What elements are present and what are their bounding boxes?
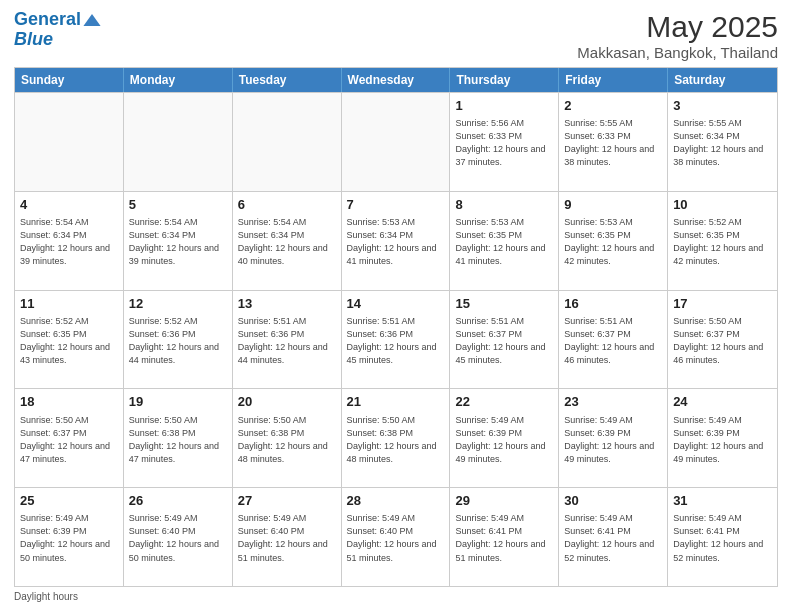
- cell-info: Sunrise: 5:55 AM Sunset: 6:33 PM Dayligh…: [564, 117, 662, 169]
- day-number: 18: [20, 393, 118, 411]
- day-number: 28: [347, 492, 445, 510]
- header: General Blue May 2025 Makkasan, Bangkok,…: [14, 10, 778, 61]
- cell-info: Sunrise: 5:49 AM Sunset: 6:40 PM Dayligh…: [238, 512, 336, 564]
- cal-cell: 25Sunrise: 5:49 AM Sunset: 6:39 PM Dayli…: [15, 488, 124, 586]
- day-number: 8: [455, 196, 553, 214]
- day-number: 12: [129, 295, 227, 313]
- col-header-tuesday: Tuesday: [233, 68, 342, 92]
- cell-info: Sunrise: 5:49 AM Sunset: 6:41 PM Dayligh…: [673, 512, 772, 564]
- cell-info: Sunrise: 5:49 AM Sunset: 6:41 PM Dayligh…: [564, 512, 662, 564]
- cell-info: Sunrise: 5:55 AM Sunset: 6:34 PM Dayligh…: [673, 117, 772, 169]
- cell-info: Sunrise: 5:50 AM Sunset: 6:38 PM Dayligh…: [238, 414, 336, 466]
- week-row-1: 1Sunrise: 5:56 AM Sunset: 6:33 PM Daylig…: [15, 92, 777, 191]
- subtitle: Makkasan, Bangkok, Thailand: [577, 44, 778, 61]
- logo-icon: [83, 14, 101, 26]
- cell-info: Sunrise: 5:54 AM Sunset: 6:34 PM Dayligh…: [129, 216, 227, 268]
- title-block: May 2025 Makkasan, Bangkok, Thailand: [577, 10, 778, 61]
- cal-cell: 5Sunrise: 5:54 AM Sunset: 6:34 PM Daylig…: [124, 192, 233, 290]
- calendar-body: 1Sunrise: 5:56 AM Sunset: 6:33 PM Daylig…: [15, 92, 777, 586]
- cell-info: Sunrise: 5:49 AM Sunset: 6:39 PM Dayligh…: [673, 414, 772, 466]
- week-row-3: 11Sunrise: 5:52 AM Sunset: 6:35 PM Dayli…: [15, 290, 777, 389]
- day-number: 10: [673, 196, 772, 214]
- cal-cell: 6Sunrise: 5:54 AM Sunset: 6:34 PM Daylig…: [233, 192, 342, 290]
- cal-cell: 24Sunrise: 5:49 AM Sunset: 6:39 PM Dayli…: [668, 389, 777, 487]
- cal-cell: 3Sunrise: 5:55 AM Sunset: 6:34 PM Daylig…: [668, 93, 777, 191]
- cell-info: Sunrise: 5:49 AM Sunset: 6:39 PM Dayligh…: [564, 414, 662, 466]
- calendar-header: SundayMondayTuesdayWednesdayThursdayFrid…: [15, 68, 777, 92]
- day-number: 7: [347, 196, 445, 214]
- cell-info: Sunrise: 5:49 AM Sunset: 6:39 PM Dayligh…: [20, 512, 118, 564]
- cell-info: Sunrise: 5:50 AM Sunset: 6:38 PM Dayligh…: [347, 414, 445, 466]
- cell-info: Sunrise: 5:51 AM Sunset: 6:37 PM Dayligh…: [564, 315, 662, 367]
- cal-cell: 10Sunrise: 5:52 AM Sunset: 6:35 PM Dayli…: [668, 192, 777, 290]
- cal-cell: 22Sunrise: 5:49 AM Sunset: 6:39 PM Dayli…: [450, 389, 559, 487]
- col-header-saturday: Saturday: [668, 68, 777, 92]
- cal-cell: 21Sunrise: 5:50 AM Sunset: 6:38 PM Dayli…: [342, 389, 451, 487]
- main-title: May 2025: [577, 10, 778, 44]
- cell-info: Sunrise: 5:51 AM Sunset: 6:36 PM Dayligh…: [347, 315, 445, 367]
- cal-cell: 27Sunrise: 5:49 AM Sunset: 6:40 PM Dayli…: [233, 488, 342, 586]
- day-number: 3: [673, 97, 772, 115]
- cell-info: Sunrise: 5:50 AM Sunset: 6:38 PM Dayligh…: [129, 414, 227, 466]
- calendar: SundayMondayTuesdayWednesdayThursdayFrid…: [14, 67, 778, 587]
- cell-info: Sunrise: 5:50 AM Sunset: 6:37 PM Dayligh…: [673, 315, 772, 367]
- cal-cell: 9Sunrise: 5:53 AM Sunset: 6:35 PM Daylig…: [559, 192, 668, 290]
- cal-cell: 16Sunrise: 5:51 AM Sunset: 6:37 PM Dayli…: [559, 291, 668, 389]
- cell-info: Sunrise: 5:50 AM Sunset: 6:37 PM Dayligh…: [20, 414, 118, 466]
- cal-cell: 11Sunrise: 5:52 AM Sunset: 6:35 PM Dayli…: [15, 291, 124, 389]
- cal-cell: 14Sunrise: 5:51 AM Sunset: 6:36 PM Dayli…: [342, 291, 451, 389]
- col-header-monday: Monday: [124, 68, 233, 92]
- day-number: 11: [20, 295, 118, 313]
- week-row-2: 4Sunrise: 5:54 AM Sunset: 6:34 PM Daylig…: [15, 191, 777, 290]
- cell-info: Sunrise: 5:56 AM Sunset: 6:33 PM Dayligh…: [455, 117, 553, 169]
- day-number: 29: [455, 492, 553, 510]
- day-number: 30: [564, 492, 662, 510]
- cell-info: Sunrise: 5:54 AM Sunset: 6:34 PM Dayligh…: [20, 216, 118, 268]
- col-header-friday: Friday: [559, 68, 668, 92]
- cal-cell: [15, 93, 124, 191]
- cal-cell: 30Sunrise: 5:49 AM Sunset: 6:41 PM Dayli…: [559, 488, 668, 586]
- cal-cell: 31Sunrise: 5:49 AM Sunset: 6:41 PM Dayli…: [668, 488, 777, 586]
- day-number: 16: [564, 295, 662, 313]
- day-number: 19: [129, 393, 227, 411]
- day-number: 23: [564, 393, 662, 411]
- cal-cell: 28Sunrise: 5:49 AM Sunset: 6:40 PM Dayli…: [342, 488, 451, 586]
- cal-cell: 8Sunrise: 5:53 AM Sunset: 6:35 PM Daylig…: [450, 192, 559, 290]
- week-row-5: 25Sunrise: 5:49 AM Sunset: 6:39 PM Dayli…: [15, 487, 777, 586]
- cal-cell: 7Sunrise: 5:53 AM Sunset: 6:34 PM Daylig…: [342, 192, 451, 290]
- day-number: 13: [238, 295, 336, 313]
- cal-cell: 26Sunrise: 5:49 AM Sunset: 6:40 PM Dayli…: [124, 488, 233, 586]
- logo-text: General: [14, 10, 81, 30]
- day-number: 22: [455, 393, 553, 411]
- cal-cell: 2Sunrise: 5:55 AM Sunset: 6:33 PM Daylig…: [559, 93, 668, 191]
- day-number: 17: [673, 295, 772, 313]
- day-number: 2: [564, 97, 662, 115]
- col-header-sunday: Sunday: [15, 68, 124, 92]
- daylight-label: Daylight hours: [14, 591, 78, 602]
- cal-cell: 29Sunrise: 5:49 AM Sunset: 6:41 PM Dayli…: [450, 488, 559, 586]
- day-number: 1: [455, 97, 553, 115]
- footer: Daylight hours: [14, 591, 778, 602]
- day-number: 24: [673, 393, 772, 411]
- cal-cell: 17Sunrise: 5:50 AM Sunset: 6:37 PM Dayli…: [668, 291, 777, 389]
- day-number: 20: [238, 393, 336, 411]
- cell-info: Sunrise: 5:53 AM Sunset: 6:35 PM Dayligh…: [455, 216, 553, 268]
- cal-cell: 15Sunrise: 5:51 AM Sunset: 6:37 PM Dayli…: [450, 291, 559, 389]
- week-row-4: 18Sunrise: 5:50 AM Sunset: 6:37 PM Dayli…: [15, 388, 777, 487]
- day-number: 14: [347, 295, 445, 313]
- col-header-thursday: Thursday: [450, 68, 559, 92]
- cal-cell: 13Sunrise: 5:51 AM Sunset: 6:36 PM Dayli…: [233, 291, 342, 389]
- day-number: 31: [673, 492, 772, 510]
- cal-cell: 20Sunrise: 5:50 AM Sunset: 6:38 PM Dayli…: [233, 389, 342, 487]
- cal-cell: [342, 93, 451, 191]
- logo-blue: Blue: [14, 30, 53, 50]
- cell-info: Sunrise: 5:53 AM Sunset: 6:34 PM Dayligh…: [347, 216, 445, 268]
- cell-info: Sunrise: 5:51 AM Sunset: 6:37 PM Dayligh…: [455, 315, 553, 367]
- cell-info: Sunrise: 5:52 AM Sunset: 6:35 PM Dayligh…: [20, 315, 118, 367]
- day-number: 27: [238, 492, 336, 510]
- cell-info: Sunrise: 5:54 AM Sunset: 6:34 PM Dayligh…: [238, 216, 336, 268]
- day-number: 26: [129, 492, 227, 510]
- cal-cell: 18Sunrise: 5:50 AM Sunset: 6:37 PM Dayli…: [15, 389, 124, 487]
- cell-info: Sunrise: 5:52 AM Sunset: 6:35 PM Dayligh…: [673, 216, 772, 268]
- day-number: 15: [455, 295, 553, 313]
